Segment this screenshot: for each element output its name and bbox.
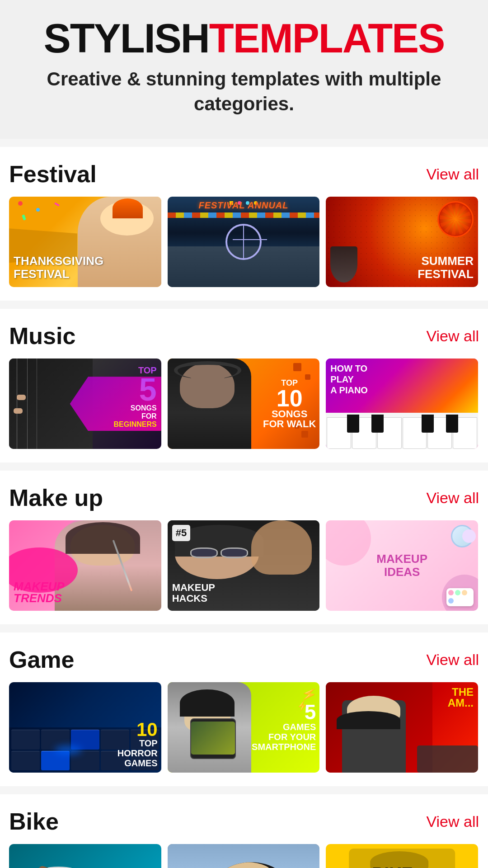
game3-text: THEAM... <box>448 687 474 708</box>
game-row: 10 TOPHORRORGAMES ⚡ <box>9 682 479 773</box>
festival-card-3[interactable]: SUMMERFESTIVAL <box>326 197 478 287</box>
makeup-card-3[interactable]: MAKEUPIDEAS <box>326 520 478 611</box>
bike3-text: BIKERIDING <box>372 865 432 868</box>
makeup-card-2[interactable]: #5 MAKEUPHACKS <box>168 520 320 611</box>
app-subtitle: Creative & stunning templates with multi… <box>14 67 474 116</box>
festival2-text: FESTIVAL ANNUAL <box>175 200 312 211</box>
music3-text: HOW TOPLAYA PIANO <box>330 363 368 396</box>
section-game-title: Game <box>9 646 75 673</box>
music-view-all[interactable]: View all <box>426 327 479 345</box>
bike-card-3[interactable]: BIKERIDING #17 <box>326 844 478 868</box>
festival1-text: THANKSGIVINGFESTIVAL <box>14 255 103 280</box>
music-card-2[interactable]: TOP 10 SONGSFOR WALK <box>168 359 320 449</box>
festival-card-1[interactable]: THANKSGIVINGFESTIVAL <box>9 197 161 287</box>
bike-card-1[interactable]: BIKERIDING <box>9 844 161 868</box>
section-bike: Bike View all BIKERIDING <box>0 794 488 868</box>
section-game: Game View all <box>0 632 488 786</box>
app-title: STYLISHTEMPLATES <box>14 18 474 59</box>
makeup-row: MAKEUPTRENDS #5 <box>9 520 479 611</box>
game2-num: 5 <box>252 703 316 722</box>
bike-card-2[interactable]: BIKERIDING BIKE RIDING <box>168 844 320 868</box>
title-red: TEMPLATES <box>209 16 444 61</box>
section-makeup-header: Make up View all <box>9 484 479 511</box>
game1-num: 10 <box>117 721 158 738</box>
game-view-all[interactable]: View all <box>426 651 479 669</box>
section-bike-title: Bike <box>9 808 59 835</box>
game-card-3[interactable]: THEAM... <box>326 682 478 773</box>
section-makeup: Make up View all MAKEUPTRENDS <box>0 471 488 624</box>
makeup3-text: MAKEUPIDEAS <box>341 553 463 579</box>
game-card-2[interactable]: ⚡ ⚡ 5 GAMESFOR YOURSMARTPHONE <box>168 682 320 773</box>
game2-text: GAMESFOR YOURSMARTPHONE <box>252 722 316 752</box>
makeup-card-1[interactable]: MAKEUPTRENDS <box>9 520 161 611</box>
music-row: TOP 5 SONGSFORBEGINNERS <box>9 359 479 449</box>
section-game-header: Game View all <box>9 646 479 673</box>
title-black: STYLISH <box>44 16 209 61</box>
bike-view-all[interactable]: View all <box>426 813 479 830</box>
makeup1-text: MAKEUPTRENDS <box>14 580 65 604</box>
music-card-3[interactable]: HOW TOPLAYA PIANO <box>326 359 478 449</box>
music-card-1[interactable]: TOP 5 SONGSFORBEGINNERS <box>9 359 161 449</box>
section-music-header: Music View all <box>9 322 479 349</box>
game1-text: TOPHORRORGAMES <box>117 738 158 768</box>
section-makeup-title: Make up <box>9 484 103 511</box>
section-festival-header: Festival View all <box>9 160 479 188</box>
section-festival-title: Festival <box>9 160 97 188</box>
app-header: STYLISHTEMPLATES Creative & stunning tem… <box>0 0 488 139</box>
section-music: Music View all TOP 5 SONG <box>0 309 488 462</box>
bike-row: BIKERIDING BIK <box>9 844 479 868</box>
makeup-view-all[interactable]: View all <box>426 489 479 507</box>
festival3-text: SUMMERFESTIVAL <box>418 255 474 280</box>
makeup2-hash: #5 <box>176 527 187 539</box>
game-card-1[interactable]: 10 TOPHORRORGAMES <box>9 682 161 773</box>
makeup2-text: MAKEUPHACKS <box>172 582 215 604</box>
section-music-title: Music <box>9 322 75 349</box>
section-festival: Festival View all THANKSGIVINGFESTIV <box>0 147 488 301</box>
section-bike-header: Bike View all <box>9 808 479 835</box>
festival-view-all[interactable]: View all <box>426 165 479 183</box>
festival-row: THANKSGIVINGFESTIVAL <box>9 197 479 287</box>
festival-card-2[interactable]: FESTIVAL ANNUAL <box>168 197 320 287</box>
